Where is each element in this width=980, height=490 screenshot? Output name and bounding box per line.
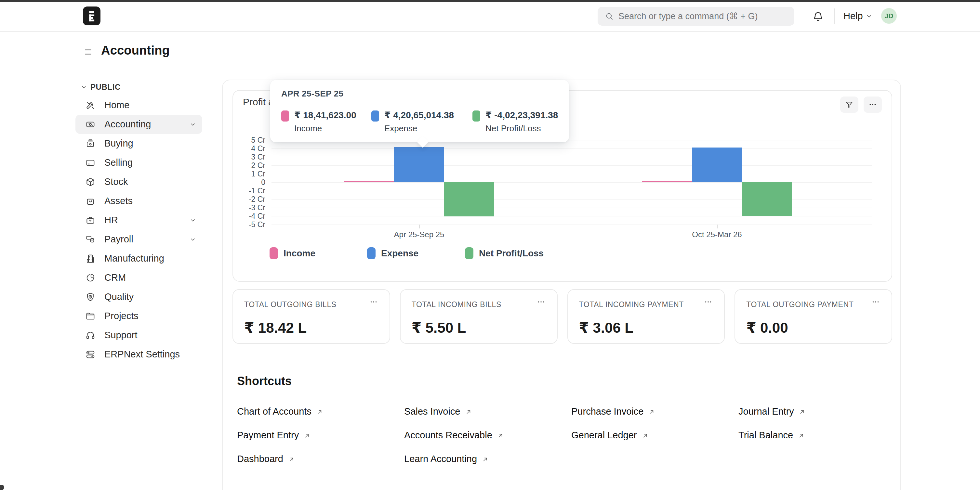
sidebar-item-selling[interactable]: Selling xyxy=(75,153,202,172)
sidebar-item-hr[interactable]: HR xyxy=(75,211,202,230)
chevron-down-icon xyxy=(189,121,196,128)
shortcut-payment-entry[interactable]: Payment Entry xyxy=(237,423,404,447)
search-input[interactable]: Search or type a command (⌘ + G) xyxy=(598,7,794,26)
number-cards-row: TOTAL OUTGOING BILLS₹ 18.42 LTOTAL INCOM… xyxy=(232,289,892,344)
number-card-label: TOTAL OUTGOING BILLS xyxy=(244,300,379,309)
shortcuts-heading: Shortcuts xyxy=(237,374,292,388)
shortcut-journal-entry[interactable]: Journal Entry xyxy=(738,400,905,423)
sidebar-item-support[interactable]: Support xyxy=(75,325,202,345)
sidebar-item-label: Buying xyxy=(104,138,196,149)
sidebar-item-erpnext-settings[interactable]: ERPNext Settings xyxy=(75,345,202,364)
notifications-bell-icon[interactable] xyxy=(811,10,824,23)
sidebar-item-label: Selling xyxy=(104,157,196,168)
ellipsis-icon xyxy=(868,100,878,109)
sidebar-toggle-icon[interactable] xyxy=(83,48,93,57)
sidebar-item-label: Quality xyxy=(104,292,196,302)
shortcut-label: General Ledger xyxy=(571,430,637,441)
sidebar-item-label: Assets xyxy=(104,196,196,206)
tooltip-swatch xyxy=(473,111,480,122)
number-card-label: TOTAL OUTGOING PAYMENT xyxy=(746,300,880,309)
sidebar-item-projects[interactable]: Projects xyxy=(75,306,202,325)
shortcut-label: Payment Entry xyxy=(237,430,299,441)
sidebar-item-label: Stock xyxy=(104,176,196,187)
external-link-icon xyxy=(303,432,311,440)
shortcut-accounts-receivable[interactable]: Accounts Receivable xyxy=(404,423,571,447)
tooltip-swatch xyxy=(281,111,289,122)
number-card-total-outgoing-payment: TOTAL OUTGOING PAYMENT₹ 0.00 xyxy=(735,289,892,344)
number-card-total-outgoing-bills: TOTAL OUTGOING BILLS₹ 18.42 L xyxy=(232,289,390,344)
sidebar-item-accounting[interactable]: Accounting xyxy=(75,115,202,134)
erpnext-logo[interactable] xyxy=(83,6,100,25)
sidebar-item-label: Manufacturing xyxy=(104,253,196,264)
tooltip-label: Net Profit/Loss xyxy=(485,124,558,133)
shortcut-label: Journal Entry xyxy=(738,406,794,417)
shortcut-label: Learn Accounting xyxy=(404,454,477,464)
shortcut-chart-of-accounts[interactable]: Chart of Accounts xyxy=(237,400,404,423)
sidebar-item-stock[interactable]: Stock xyxy=(75,172,202,191)
sidebar-item-label: Projects xyxy=(104,311,196,321)
tooltip-label: Income xyxy=(294,124,356,133)
external-link-icon xyxy=(288,455,295,463)
tools-icon xyxy=(85,100,95,111)
tooltip-swatch xyxy=(371,111,379,122)
shortcut-label: Dashboard xyxy=(237,454,283,464)
chart-more-button[interactable] xyxy=(864,97,882,113)
sidebar-item-quality[interactable]: Quality xyxy=(75,287,202,306)
number-card-total-incoming-payment: TOTAL INCOMING PAYMENT₹ 3.06 L xyxy=(567,289,725,344)
tooltip-label: Expense xyxy=(384,124,454,133)
ellipsis-icon[interactable] xyxy=(703,297,716,307)
number-card-total-incoming-bills: TOTAL INCOMING BILLS₹ 5.50 L xyxy=(400,289,558,344)
sidebar-item-payroll[interactable]: Payroll xyxy=(75,230,202,249)
shortcut-dashboard[interactable]: Dashboard xyxy=(237,447,404,471)
external-link-icon xyxy=(496,432,504,440)
cash-icon xyxy=(85,119,95,130)
chevron-down-icon xyxy=(189,236,196,243)
chevron-down-icon xyxy=(81,84,87,90)
help-label: Help xyxy=(843,11,863,21)
number-card-value: ₹ 0.00 xyxy=(746,319,880,336)
number-card-label: TOTAL INCOMING BILLS xyxy=(412,300,546,309)
shortcut-general-ledger[interactable]: General Ledger xyxy=(571,423,738,447)
sidebar-item-home[interactable]: Home xyxy=(75,95,202,115)
external-link-icon xyxy=(798,408,806,416)
avatar-initials: JD xyxy=(885,12,894,20)
buying-case-icon xyxy=(85,138,95,149)
search-icon xyxy=(605,12,614,21)
external-link-icon xyxy=(481,455,489,463)
tooltip-value: ₹ 4,20,65,014.38 xyxy=(384,110,454,121)
page-title: Accounting xyxy=(101,44,170,57)
shortcut-label: Trial Balance xyxy=(738,430,793,441)
tooltip-period-title: APR 25-SEP 25 xyxy=(281,89,344,99)
number-card-value: ₹ 3.06 L xyxy=(579,319,713,336)
sidebar-item-label: Support xyxy=(104,330,196,341)
chart-filter-button[interactable] xyxy=(840,97,858,113)
chart-tooltip: APR 25-SEP 25 ₹ 18,41,623.00Income₹ 4,20… xyxy=(270,80,569,142)
sidebar-item-crm[interactable]: CRM xyxy=(75,268,202,287)
external-link-icon xyxy=(648,408,655,416)
number-card-value: ₹ 5.50 L xyxy=(412,319,546,336)
shortcut-label: Sales Invoice xyxy=(404,406,460,417)
topbar-divider xyxy=(834,8,835,24)
settings-sliders-icon xyxy=(85,349,95,360)
sidebar-item-label: Home xyxy=(104,100,196,111)
sidebar-section-public[interactable]: PUBLIC xyxy=(81,82,121,92)
chevron-down-icon xyxy=(865,13,873,20)
shortcut-trial-balance[interactable]: Trial Balance xyxy=(738,423,905,447)
tooltip-value: ₹ -4,02,23,391.38 xyxy=(485,110,558,121)
briefcase-icon xyxy=(85,215,95,225)
ellipsis-icon[interactable] xyxy=(536,297,549,307)
sidebar-item-buying[interactable]: Buying xyxy=(75,134,202,153)
user-avatar[interactable]: JD xyxy=(881,8,897,24)
shortcut-learn-accounting[interactable]: Learn Accounting xyxy=(404,447,571,471)
shortcut-purchase-invoice[interactable]: Purchase Invoice xyxy=(571,400,738,423)
shortcut-sales-invoice[interactable]: Sales Invoice xyxy=(404,400,571,423)
sidebar-item-manufacturing[interactable]: Manufacturing xyxy=(75,249,202,268)
scrollbar-nub[interactable] xyxy=(0,485,4,490)
ellipsis-icon[interactable] xyxy=(871,297,884,307)
help-menu[interactable]: Help xyxy=(843,11,873,21)
external-link-icon xyxy=(641,432,649,440)
chevron-down-icon xyxy=(189,217,196,224)
factory-icon xyxy=(85,254,95,264)
sidebar-item-assets[interactable]: Assets xyxy=(75,191,202,211)
ellipsis-icon[interactable] xyxy=(369,297,382,307)
